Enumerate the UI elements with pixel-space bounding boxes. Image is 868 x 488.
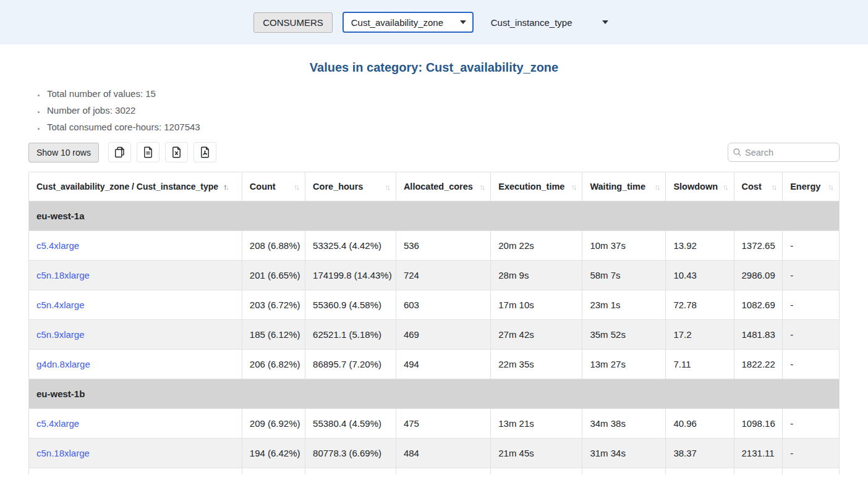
table-cell bbox=[783, 468, 840, 474]
group-row: eu-west-1b bbox=[29, 379, 840, 409]
table-cell: 23m 1s bbox=[582, 290, 666, 320]
table-cell bbox=[242, 468, 305, 474]
chevron-down-icon bbox=[460, 20, 466, 24]
category-select[interactable]: Cust_availability_zone bbox=[343, 12, 474, 33]
instance-type-link[interactable]: c5.4xlarge bbox=[36, 240, 79, 251]
table-cell: 1822.22 bbox=[734, 350, 783, 379]
table-cell: - bbox=[783, 409, 840, 439]
table-cell: 724 bbox=[396, 261, 490, 290]
sort-icon: ↑↓ bbox=[771, 182, 777, 191]
table-cell: 494 bbox=[396, 350, 490, 379]
instance-type-cell: c5n.18xlarge bbox=[29, 439, 242, 468]
values-table: Cust_availability_zone / Cust_instance_t… bbox=[28, 172, 840, 474]
table-cell bbox=[491, 468, 582, 474]
copy-button[interactable] bbox=[108, 142, 131, 162]
sort-icon: ↑↓ bbox=[223, 182, 229, 191]
table-cell: 209 (6.92%) bbox=[242, 409, 305, 439]
table-cell: 10.43 bbox=[666, 261, 734, 290]
table-row-partial bbox=[29, 468, 840, 474]
file-pdf-icon bbox=[199, 146, 211, 158]
instance-type-link[interactable]: c5n.18xlarge bbox=[36, 270, 90, 280]
table-cell: 62521.1 (5.18%) bbox=[305, 320, 396, 350]
table-cell bbox=[666, 468, 734, 474]
sort-icon: ↑↓ bbox=[294, 182, 300, 191]
table-cell: 58m 7s bbox=[582, 261, 666, 290]
column-header-waiting-time[interactable]: Waiting_time ↑↓ bbox=[582, 172, 666, 201]
column-header-core-hours[interactable]: Core_hours ↑↓ bbox=[305, 172, 396, 201]
group-row: eu-west-1a bbox=[29, 201, 840, 231]
table-cell: 469 bbox=[396, 320, 490, 350]
table-cell: 55380.4 (4.59%) bbox=[305, 409, 396, 439]
table-cell: 1481.83 bbox=[734, 320, 783, 350]
sort-icon: ↑↓ bbox=[571, 182, 577, 191]
table-cell: 1372.65 bbox=[734, 231, 783, 261]
table-cell: 484 bbox=[396, 439, 490, 468]
consumers-button[interactable]: CONSUMERS bbox=[253, 12, 333, 33]
table-row: c5n.18xlarge201 (6.65%)174199.8 (14.43%)… bbox=[29, 261, 840, 290]
table-cell bbox=[734, 468, 783, 474]
table-row: c5n.18xlarge194 (6.42%)80778.3 (6.69%)48… bbox=[29, 439, 840, 468]
table-body: eu-west-1ac5.4xlarge208 (6.88%)53325.4 (… bbox=[29, 201, 840, 474]
table-cell: 72.78 bbox=[666, 290, 734, 320]
column-header-slowdown[interactable]: Slowdown ↑↓ bbox=[666, 172, 734, 201]
table-cell: 13.92 bbox=[666, 231, 734, 261]
table-cell: - bbox=[783, 320, 840, 350]
table-cell: 185 (6.12%) bbox=[242, 320, 305, 350]
group-label: eu-west-1a bbox=[29, 201, 840, 231]
export-pdf-button[interactable] bbox=[194, 142, 216, 162]
table-cell: 2131.11 bbox=[734, 439, 783, 468]
copy-icon bbox=[114, 146, 126, 158]
search-icon bbox=[733, 148, 742, 159]
table-cell: 536 bbox=[396, 231, 490, 261]
column-header-availability-zone[interactable]: Cust_availability_zone / Cust_instance_t… bbox=[29, 172, 242, 201]
instance-type-link[interactable]: g4dn.8xlarge bbox=[36, 359, 90, 369]
column-header-count[interactable]: Count ↑↓ bbox=[242, 172, 305, 201]
table-cell: 35m 52s bbox=[582, 320, 666, 350]
table-cell bbox=[29, 468, 242, 474]
chevron-down-icon bbox=[602, 20, 608, 24]
table-cell: 22m 35s bbox=[491, 350, 582, 379]
column-header-allocated-cores[interactable]: Allocated_cores ↑↓ bbox=[396, 172, 490, 201]
table-cell bbox=[396, 468, 490, 474]
file-text-icon bbox=[142, 146, 154, 158]
instance-type-cell: c5.4xlarge bbox=[29, 409, 242, 439]
stat-total-core-hours: Total consumed core-hours: 1207543 bbox=[46, 122, 840, 132]
table-cell: 2986.09 bbox=[734, 261, 783, 290]
table-row: c5n.9xlarge185 (6.12%)62521.1 (5.18%)469… bbox=[29, 320, 840, 350]
table-cell: 17.2 bbox=[666, 320, 734, 350]
table-cell: 203 (6.72%) bbox=[242, 290, 305, 320]
table-row: c5.4xlarge208 (6.88%)53325.4 (4.42%)5362… bbox=[29, 231, 840, 261]
instance-type-cell: c5n.9xlarge bbox=[29, 320, 242, 350]
instance-type-select-value: Cust_instance_type bbox=[491, 17, 572, 28]
column-header-cost[interactable]: Cost ↑↓ bbox=[734, 172, 783, 201]
search-input[interactable] bbox=[728, 143, 840, 162]
show-rows-button[interactable]: Show 10 rows bbox=[28, 143, 99, 162]
table-row: c5.4xlarge209 (6.92%)55380.4 (4.59%)4751… bbox=[29, 409, 840, 439]
table-cell: 206 (6.82%) bbox=[242, 350, 305, 379]
sort-icon: ↑↓ bbox=[723, 182, 729, 191]
sort-icon: ↑↓ bbox=[479, 182, 485, 191]
sort-icon: ↑↓ bbox=[828, 182, 834, 191]
export-excel-button[interactable] bbox=[165, 142, 188, 162]
column-header-execution-time[interactable]: Execution_time ↑↓ bbox=[491, 172, 582, 201]
column-header-energy[interactable]: Energy ↑↓ bbox=[783, 172, 840, 201]
table-toolbar: Show 10 rows bbox=[28, 142, 840, 162]
table-cell: 55360.9 (4.58%) bbox=[305, 290, 396, 320]
main-content: Values in category: Cust_availability_zo… bbox=[0, 61, 868, 474]
table-cell: 31m 34s bbox=[582, 439, 666, 468]
table-cell: - bbox=[783, 350, 840, 379]
table-cell: - bbox=[783, 439, 840, 468]
stat-number-of-jobs: Number of jobs: 3022 bbox=[46, 105, 840, 116]
table-cell: 28m 9s bbox=[491, 261, 582, 290]
instance-type-link[interactable]: c5n.9xlarge bbox=[36, 329, 85, 340]
table-cell: 1082.69 bbox=[734, 290, 783, 320]
export-csv-button[interactable] bbox=[137, 142, 160, 162]
instance-type-link[interactable]: c5.4xlarge bbox=[36, 418, 79, 429]
table-cell: 603 bbox=[396, 290, 490, 320]
table-cell: 13m 27s bbox=[582, 350, 666, 379]
table-cell: 20m 22s bbox=[491, 231, 582, 261]
instance-type-link[interactable]: c5n.4xlarge bbox=[36, 300, 85, 310]
table-cell: 208 (6.88%) bbox=[242, 231, 305, 261]
instance-type-select[interactable]: Cust_instance_type bbox=[483, 12, 615, 33]
instance-type-link[interactable]: c5n.18xlarge bbox=[36, 448, 90, 458]
